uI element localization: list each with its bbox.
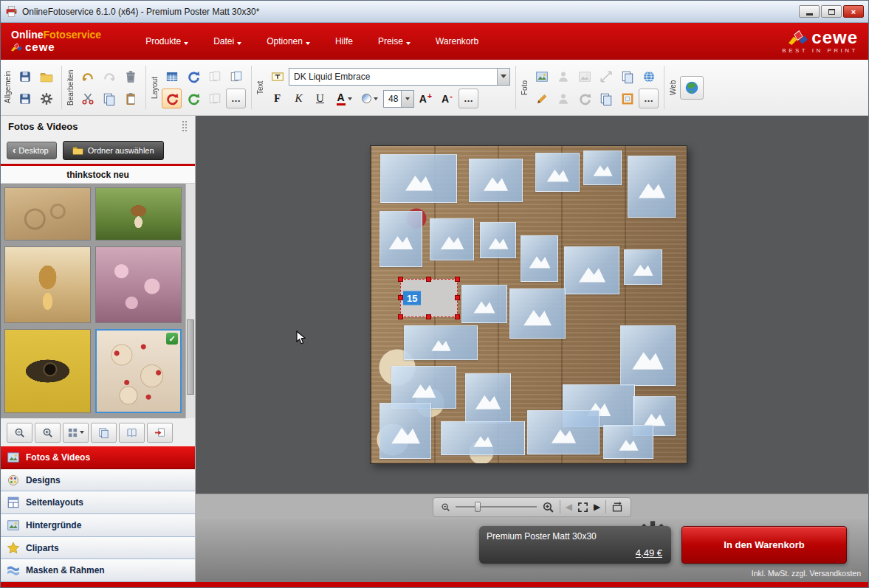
copy-button[interactable] [99,89,119,108]
product-info-box[interactable]: Premium Poster Matt 30x30 4,49 € [479,526,671,564]
layout-grid-button[interactable] [162,66,182,86]
menu-hilfe[interactable]: Hilfe [335,33,353,49]
resize-handle[interactable] [398,295,403,300]
selected-photo-frame[interactable]: 15 [400,279,458,317]
photo-placeholder[interactable] [430,218,474,260]
poster-document[interactable]: 15 [370,145,687,464]
menu-warenkorb[interactable]: Warenkorb [436,33,478,49]
thumb-mushroom[interactable] [95,187,182,241]
zoom-slider[interactable] [456,502,537,512]
photo-placeholder[interactable] [465,373,511,423]
cut-button[interactable] [78,89,97,108]
font-size-decrease-button[interactable]: A- [437,89,457,108]
menu-produkte[interactable]: Produkte [145,33,188,49]
duplicate-page-button[interactable] [226,66,246,86]
add-to-cart-button[interactable]: In den Warenkorb [681,526,847,564]
category-masken-rahmen[interactable]: Masken & Rahmen [1,559,195,582]
rotate-left-button[interactable] [162,89,182,108]
next-page-button[interactable]: ▶ [594,502,600,512]
combo-arrow[interactable] [401,91,413,107]
photo-placeholder[interactable] [404,325,478,360]
resize-handle[interactable] [455,314,460,319]
zoom-slider-track[interactable] [456,506,537,508]
minimize-button[interactable] [799,5,820,18]
thumb-christmas-cookies[interactable]: ✓ [95,329,182,413]
menu-optionen[interactable]: Optionen [267,33,310,49]
gradient-color-button[interactable] [358,89,382,108]
photo-placeholder[interactable] [564,246,619,294]
photo-placeholder[interactable] [603,425,653,459]
zoom-slider-handle[interactable] [475,502,481,512]
paste-button[interactable] [120,89,140,108]
pages-view-button[interactable] [91,423,117,443]
delete-button[interactable] [120,66,140,86]
menu-preise[interactable]: Preise [378,33,411,49]
panel-grip[interactable] [182,120,188,132]
rotate-page-button[interactable] [183,66,203,86]
settings-button[interactable] [36,89,56,108]
category-seitenlayouts[interactable]: Seitenlayouts [1,491,195,514]
menu-datei[interactable]: Datei [213,33,241,49]
scrollbar-thumb[interactable] [187,319,194,395]
layout-more-button[interactable]: … [226,89,246,108]
photo-placeholder[interactable] [379,403,431,459]
photo-edit-button[interactable] [532,89,552,108]
italic-button[interactable]: K [289,89,309,108]
rotate-right-button[interactable] [183,89,203,108]
thumbnail-scrollbar[interactable] [185,184,195,418]
photo-placeholder[interactable] [628,156,676,218]
rotate-poster-button[interactable] [611,501,623,513]
choose-folder-button[interactable]: Ordner auswählen [63,141,164,160]
product-price[interactable]: 4,49 € [636,547,662,558]
photo-placeholder[interactable] [620,325,676,386]
view-mode-button[interactable] [63,423,89,443]
font-size-select[interactable]: 48 [383,90,414,108]
photo-placeholder[interactable] [583,151,622,185]
maximize-button[interactable] [821,5,842,18]
resize-handle[interactable] [426,314,431,319]
combo-arrow[interactable] [497,69,509,85]
thumb-honey-dipper[interactable] [4,246,91,323]
photo-frame-button[interactable] [617,89,637,108]
photo-placeholder[interactable] [624,249,662,285]
resize-handle[interactable] [398,277,403,282]
underline-button[interactable]: U [310,89,330,108]
undo-button[interactable] [78,66,97,86]
zoom-in-button[interactable] [542,501,554,513]
photo-web-button[interactable] [639,66,659,86]
category-hintergr-nde[interactable]: Hintergründe [1,514,195,537]
save-button[interactable] [15,66,35,86]
import-photos-button[interactable] [147,423,173,443]
open-project-button[interactable] [36,66,56,86]
back-desktop-button[interactable]: ‹ Desktop [7,142,57,159]
fit-view-button[interactable] [577,502,588,513]
resize-handle[interactable] [455,295,460,300]
photo-placeholder[interactable] [380,154,457,203]
thumb-pink-cookies[interactable] [95,246,182,323]
thumb-sand-drawing[interactable] [4,187,91,241]
foto-more-button[interactable]: … [639,89,659,108]
photo-copy-button[interactable] [617,66,637,86]
font-size-increase-button[interactable]: A+ [416,89,436,108]
photo-placeholder[interactable] [509,288,566,339]
category-fotos-videos[interactable]: Fotos & Videos [1,446,195,469]
photo-duplicate-button[interactable] [596,89,616,108]
photo-placeholder[interactable] [480,222,516,258]
photo-placeholder[interactable] [521,235,558,282]
album-view-button[interactable] [119,423,145,443]
category-cliparts[interactable]: Cliparts [1,537,195,560]
photo-placeholder[interactable] [379,211,422,267]
photo-placeholder[interactable] [527,410,600,454]
photo-placeholder[interactable] [469,159,523,202]
web-upload-button[interactable] [680,76,704,100]
resize-handle[interactable] [426,277,431,282]
resize-handle[interactable] [455,277,460,282]
zoom-out-thumbs-button[interactable] [7,423,32,443]
zoom-out-button[interactable] [441,502,450,512]
resize-handle[interactable] [398,314,403,319]
photo-placeholder[interactable] [461,285,507,323]
photo-placeholder[interactable] [535,153,580,192]
photo-placeholder[interactable] [441,421,525,455]
bold-button[interactable]: F [267,89,287,108]
thumb-retro-camera[interactable] [4,329,91,413]
